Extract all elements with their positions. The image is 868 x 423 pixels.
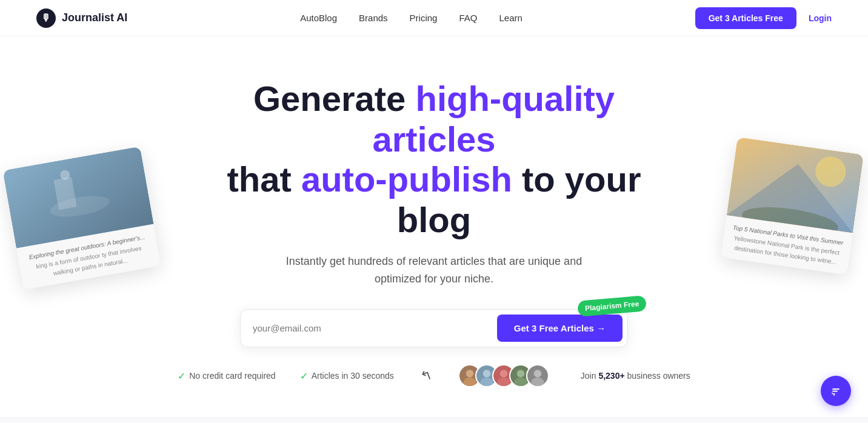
trust-label-2: Articles in 30 seconds xyxy=(312,371,394,381)
svg-point-9 xyxy=(466,370,474,378)
svg-point-12 xyxy=(483,370,491,378)
trust-articles-speed: ✓ Articles in 30 seconds xyxy=(300,370,394,382)
nav-cta-button[interactable]: Get 3 Articles Free xyxy=(695,7,796,29)
email-input[interactable] xyxy=(253,323,497,333)
hero-section: Exploring the great outdoors: A beginner… xyxy=(0,36,868,418)
email-form: Get 3 Free Articles → xyxy=(240,309,628,347)
nav-autoblog[interactable]: AutoBlog xyxy=(300,13,337,23)
hero-subtitle: Instantly get hundreds of relevant artic… xyxy=(264,253,604,288)
check-icon-1: ✓ xyxy=(178,370,185,382)
article-card-right: Top 5 National Parks to Visit this Summe… xyxy=(721,137,864,275)
nav-pricing[interactable]: Pricing xyxy=(410,13,438,23)
avatar-group xyxy=(458,364,549,387)
navbar: 🎙 Journalist AI AutoBlog Brands Pricing … xyxy=(0,0,868,36)
hero-title-part2: that xyxy=(227,159,301,199)
trust-join-suffix: business owners xyxy=(625,371,690,381)
avatar-5 xyxy=(526,364,549,387)
article-card-left: Exploring the great outdoors: A beginner… xyxy=(2,147,161,290)
hero-title: Generate high-quality articles that auto… xyxy=(198,79,670,241)
trust-join-prefix: Join xyxy=(581,371,599,381)
get-articles-button[interactable]: Get 3 Free Articles → xyxy=(497,315,623,342)
trust-label-1: No credit card required xyxy=(189,371,275,381)
publishers-section: Our AI is trained on content from leadin… xyxy=(0,418,868,423)
trust-join: Join 5,230+ business owners xyxy=(581,371,690,381)
trust-no-credit-card: ✓ No credit card required xyxy=(178,370,275,382)
hero-title-part1: Generate xyxy=(253,79,416,118)
trust-join-count: 5,230+ xyxy=(598,371,624,381)
trust-row: ✓ No credit card required ✓ Articles in … xyxy=(178,364,690,387)
nav-brands[interactable]: Brands xyxy=(359,13,388,23)
logo-text: Journalist AI xyxy=(62,12,127,24)
nav-right: Get 3 Articles Free Login xyxy=(695,7,832,29)
hero-title-highlight2: auto-publish xyxy=(301,159,512,199)
nav-login-button[interactable]: Login xyxy=(809,13,832,23)
check-icon-2: ✓ xyxy=(300,370,308,382)
nav-learn[interactable]: Learn xyxy=(499,13,522,23)
plagiarism-badge: Plagiarism Free xyxy=(577,295,647,317)
svg-point-15 xyxy=(500,370,508,378)
nav-faq[interactable]: FAQ xyxy=(459,13,477,23)
logo[interactable]: 🎙 Journalist AI xyxy=(36,8,127,28)
arrow-up-icon: ↰ xyxy=(418,367,434,385)
svg-point-21 xyxy=(534,370,542,378)
chat-button[interactable] xyxy=(821,376,851,406)
svg-point-18 xyxy=(517,370,525,378)
logo-icon: 🎙 xyxy=(36,8,56,28)
email-form-wrapper: Plagiarism Free Get 3 Free Articles → xyxy=(240,309,628,347)
chat-icon xyxy=(829,384,843,398)
nav-links: AutoBlog Brands Pricing FAQ Learn xyxy=(300,13,522,23)
